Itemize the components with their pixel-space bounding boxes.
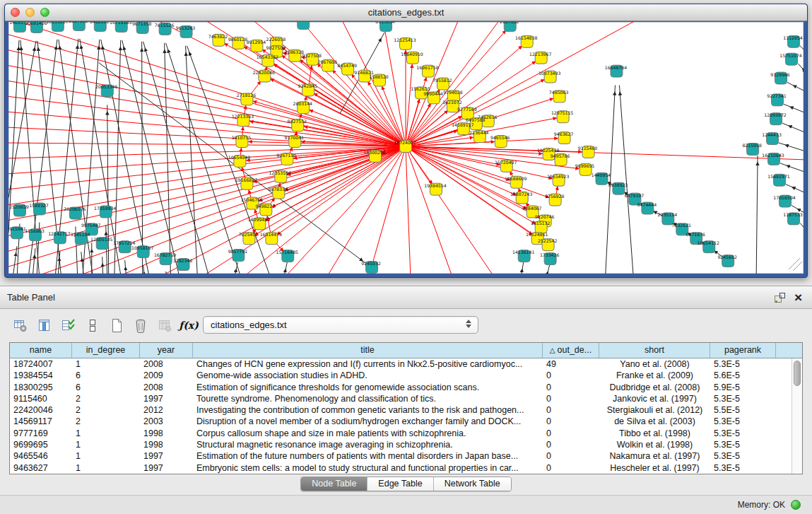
cell-name[interactable]: 22420046: [10, 404, 72, 416]
float-panel-icon[interactable]: [774, 292, 786, 303]
cell-name[interactable]: 18300295: [10, 382, 72, 393]
new-document-button[interactable]: [106, 316, 127, 334]
column-header-in_degree[interactable]: in_degree: [72, 343, 140, 358]
table-row[interactable]: 969969511998Structural magnetic resonanc…: [10, 439, 802, 450]
table-scrollbar-thumb[interactable]: [794, 361, 801, 386]
cell-in_degree[interactable]: 1: [72, 462, 140, 474]
cell-short[interactable]: Dudbridge et al. (2008): [599, 382, 710, 393]
cell-short[interactable]: Hescheler et al. (1997): [599, 462, 710, 474]
cell-name[interactable]: 9115460: [10, 393, 72, 404]
cell-pagerank[interactable]: 5.3E-5: [710, 450, 776, 462]
tab-edge-table[interactable]: Edge Table: [367, 477, 433, 491]
table-row[interactable]: 1830029562008Estimation of significance …: [10, 382, 802, 393]
cell-out_de[interactable]: 0: [543, 439, 599, 450]
close-panel-icon[interactable]: ×: [794, 293, 802, 303]
cell-title[interactable]: Changes of HCN gene expression and I(f) …: [193, 358, 543, 370]
cell-out_de[interactable]: 0: [543, 462, 599, 474]
table-row[interactable]: 911546021997Tourette syndrome. Phenomeno…: [10, 393, 802, 404]
row-height-button[interactable]: [82, 316, 103, 334]
table-row[interactable]: 946554611997Estimation of the future num…: [10, 450, 802, 462]
trash-button[interactable]: [130, 316, 151, 334]
cell-title[interactable]: Genome-wide association studies in ADHD.: [193, 370, 543, 381]
cell-short[interactable]: Wolkin et al. (1998): [599, 439, 710, 450]
cell-out_de[interactable]: 0: [543, 428, 599, 439]
cell-pagerank[interactable]: 5.3E-5: [710, 393, 776, 404]
cell-title[interactable]: Estimation of the future numbers of pati…: [193, 450, 543, 462]
cell-pagerank[interactable]: 5.5E-5: [710, 404, 776, 416]
cell-short[interactable]: Franke et al. (2009): [599, 370, 710, 381]
cell-in_degree[interactable]: 1: [72, 439, 140, 450]
show-columns-button[interactable]: [34, 316, 55, 334]
cell-year[interactable]: 2012: [140, 404, 193, 416]
cell-in_degree[interactable]: 1: [72, 428, 140, 439]
memory-ok-indicator[interactable]: [791, 500, 801, 510]
minimize-button[interactable]: [25, 8, 35, 17]
graph-node[interactable]: [298, 22, 310, 29]
table-row[interactable]: 2242004622012Investigating the contribut…: [10, 404, 802, 416]
cell-name[interactable]: 9777169: [10, 428, 72, 439]
table-scrollbar[interactable]: [792, 358, 802, 474]
cell-in_degree[interactable]: 1: [72, 358, 140, 370]
cell-title[interactable]: Corpus callosum shape and size in male p…: [193, 428, 543, 439]
cell-in_degree[interactable]: 6: [72, 382, 140, 393]
cell-year[interactable]: 1997: [140, 450, 193, 462]
cell-year[interactable]: 2008: [140, 382, 193, 393]
network-window[interactable]: citations_edges.txt 18724007121254131664…: [4, 4, 808, 278]
table-settings-button[interactable]: [10, 316, 31, 334]
table-row[interactable]: 1456911722003Disruption of a novel membe…: [10, 416, 802, 427]
cell-name[interactable]: 18724007: [10, 358, 72, 370]
function-builder-button[interactable]: ƒ(x): [178, 316, 199, 334]
window-titlebar[interactable]: citations_edges.txt: [5, 4, 807, 21]
cell-out_de[interactable]: 0: [543, 382, 599, 393]
tab-network-table[interactable]: Network Table: [434, 477, 511, 491]
cell-pagerank[interactable]: 5.3E-5: [710, 439, 776, 450]
cell-short[interactable]: Yano et al. (2008): [599, 358, 710, 370]
cell-name[interactable]: 9463627: [10, 462, 72, 474]
zoom-button[interactable]: [40, 8, 49, 17]
cell-short[interactable]: Nakamura et al. (1997): [599, 450, 710, 462]
cell-pagerank[interactable]: 5.3E-5: [710, 462, 776, 474]
cell-name[interactable]: 14569117: [10, 416, 72, 427]
cell-title[interactable]: Investigating the contribution of common…: [193, 404, 543, 416]
close-button[interactable]: [11, 8, 20, 17]
cell-short[interactable]: Jankovic et al. (1997): [599, 393, 710, 404]
cell-out_de[interactable]: 0: [543, 416, 599, 427]
import-table-button[interactable]: [154, 316, 175, 334]
cell-year[interactable]: 2008: [140, 358, 193, 370]
select-mode-button[interactable]: [58, 316, 79, 334]
node-table[interactable]: namein_degreeyeartitle△out_de...shortpag…: [9, 342, 803, 474]
cell-in_degree[interactable]: 1: [72, 450, 140, 462]
cell-year[interactable]: 1997: [140, 462, 193, 474]
cell-short[interactable]: Tibbo et al. (1998): [599, 428, 710, 439]
canvas-resize-grip[interactable]: [789, 258, 802, 271]
cell-name[interactable]: 19384554: [10, 370, 72, 381]
table-row[interactable]: 946362711997Embryonic stem cells: a mode…: [10, 462, 802, 474]
cell-name[interactable]: 9465546: [10, 450, 72, 462]
cell-short[interactable]: Stergiakouli et al. (2012): [599, 404, 710, 416]
cell-in_degree[interactable]: 2: [72, 404, 140, 416]
cell-title[interactable]: Embryonic stem cells: a model to study s…: [193, 462, 543, 474]
column-header-out_de[interactable]: △out_de...: [543, 343, 599, 358]
cell-year[interactable]: 1998: [140, 428, 193, 439]
cell-out_de[interactable]: 49: [543, 358, 599, 370]
cell-title[interactable]: Tourette syndrome. Phenomenology and cla…: [193, 393, 543, 404]
column-header-name[interactable]: name: [10, 343, 72, 358]
cell-in_degree[interactable]: 2: [72, 416, 140, 427]
column-header-pagerank[interactable]: pagerank: [710, 343, 776, 358]
cell-out_de[interactable]: 0: [543, 450, 599, 462]
column-header-short[interactable]: short: [599, 343, 710, 358]
cell-out_de[interactable]: 0: [543, 393, 599, 404]
cell-pagerank[interactable]: 5.6E-5: [710, 370, 776, 381]
tab-node-table[interactable]: Node Table: [301, 477, 367, 491]
table-selector-dropdown[interactable]: citations_edges.txt: [203, 316, 478, 334]
network-canvas[interactable]: 1872400712125413166409101696175879558121…: [8, 22, 804, 274]
cell-title[interactable]: Disruption of a novel member of a sodium…: [193, 416, 543, 427]
cell-year[interactable]: 1997: [140, 393, 193, 404]
cell-name[interactable]: 9699695: [10, 439, 72, 450]
column-header-year[interactable]: year: [140, 343, 193, 358]
cell-title[interactable]: Estimation of significance thresholds fo…: [193, 382, 543, 393]
cell-in_degree[interactable]: 6: [72, 370, 140, 381]
cell-pagerank[interactable]: 5.3E-5: [710, 416, 776, 427]
cell-year[interactable]: 1998: [140, 439, 193, 450]
cell-title[interactable]: Structural magnetic resonance image aver…: [193, 439, 543, 450]
